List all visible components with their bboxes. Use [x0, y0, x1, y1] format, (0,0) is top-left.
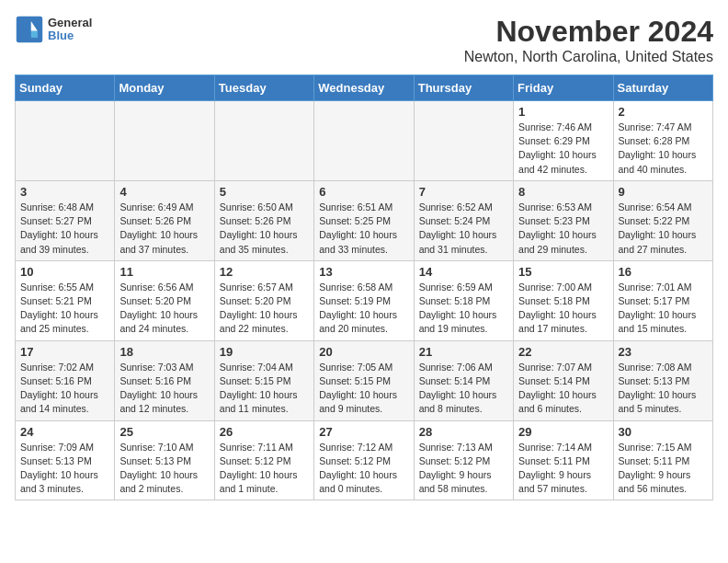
day-info: Sunrise: 7:13 AM Sunset: 5:12 PM Dayligh…: [419, 441, 508, 497]
header-friday: Friday: [514, 75, 613, 101]
day-info: Sunrise: 6:53 AM Sunset: 5:23 PM Dayligh…: [518, 201, 608, 257]
day-cell: 8Sunrise: 6:53 AM Sunset: 5:23 PM Daylig…: [514, 180, 613, 260]
day-number: 8: [518, 185, 608, 199]
day-number: 6: [319, 185, 408, 199]
day-cell: 10Sunrise: 6:55 AM Sunset: 5:21 PM Dayli…: [16, 260, 115, 340]
day-cell: 1Sunrise: 7:46 AM Sunset: 6:29 PM Daylig…: [514, 101, 613, 181]
calendar-table: SundayMondayTuesdayWednesdayThursdayFrid…: [15, 75, 713, 500]
day-cell: 6Sunrise: 6:51 AM Sunset: 5:25 PM Daylig…: [314, 180, 414, 260]
header-wednesday: Wednesday: [314, 75, 414, 101]
day-info: Sunrise: 6:54 AM Sunset: 5:22 PM Dayligh…: [619, 201, 708, 257]
day-cell: 26Sunrise: 7:11 AM Sunset: 5:12 PM Dayli…: [214, 420, 313, 500]
day-info: Sunrise: 6:56 AM Sunset: 5:20 PM Dayligh…: [119, 281, 209, 337]
svg-rect-0: [17, 17, 42, 42]
day-cell: 15Sunrise: 7:00 AM Sunset: 5:18 PM Dayli…: [514, 260, 613, 340]
day-info: Sunrise: 7:46 AM Sunset: 6:29 PM Dayligh…: [518, 121, 608, 177]
day-cell: 4Sunrise: 6:49 AM Sunset: 5:26 PM Daylig…: [115, 180, 214, 260]
day-cell: 5Sunrise: 6:50 AM Sunset: 5:26 PM Daylig…: [214, 180, 313, 260]
day-cell: 16Sunrise: 7:01 AM Sunset: 5:17 PM Dayli…: [613, 260, 712, 340]
day-info: Sunrise: 7:14 AM Sunset: 5:11 PM Dayligh…: [518, 441, 608, 497]
logo-line1: General: [48, 17, 92, 29]
day-info: Sunrise: 6:48 AM Sunset: 5:27 PM Dayligh…: [20, 201, 109, 257]
day-number: 4: [119, 185, 209, 199]
day-cell: 23Sunrise: 7:08 AM Sunset: 5:13 PM Dayli…: [613, 340, 712, 420]
day-number: 29: [518, 425, 608, 439]
day-cell: 30Sunrise: 7:15 AM Sunset: 5:11 PM Dayli…: [613, 420, 712, 500]
day-info: Sunrise: 7:00 AM Sunset: 5:18 PM Dayligh…: [518, 281, 608, 337]
svg-marker-2: [31, 31, 38, 38]
title-block: November 2024 Newton, North Carolina, Un…: [464, 15, 713, 65]
day-info: Sunrise: 7:03 AM Sunset: 5:16 PM Dayligh…: [119, 361, 209, 417]
day-cell: 9Sunrise: 6:54 AM Sunset: 5:22 PM Daylig…: [613, 180, 712, 260]
day-number: 27: [319, 425, 408, 439]
day-number: 30: [619, 425, 708, 439]
day-info: Sunrise: 6:50 AM Sunset: 5:26 PM Dayligh…: [220, 201, 309, 257]
header-saturday: Saturday: [613, 75, 712, 101]
day-info: Sunrise: 6:49 AM Sunset: 5:26 PM Dayligh…: [119, 201, 209, 257]
day-number: 2: [619, 105, 708, 119]
day-info: Sunrise: 6:59 AM Sunset: 5:18 PM Dayligh…: [419, 281, 508, 337]
day-number: 21: [419, 345, 508, 359]
day-cell: 20Sunrise: 7:05 AM Sunset: 5:15 PM Dayli…: [314, 340, 414, 420]
day-info: Sunrise: 6:57 AM Sunset: 5:20 PM Dayligh…: [220, 281, 309, 337]
day-number: 15: [518, 265, 608, 279]
day-cell: [414, 101, 513, 181]
week-row-2: 3Sunrise: 6:48 AM Sunset: 5:27 PM Daylig…: [16, 180, 713, 260]
day-cell: 2Sunrise: 7:47 AM Sunset: 6:28 PM Daylig…: [613, 101, 712, 181]
day-number: 5: [220, 185, 309, 199]
week-row-4: 17Sunrise: 7:02 AM Sunset: 5:16 PM Dayli…: [16, 340, 713, 420]
day-info: Sunrise: 7:12 AM Sunset: 5:12 PM Dayligh…: [319, 441, 408, 497]
day-cell: 19Sunrise: 7:04 AM Sunset: 5:15 PM Dayli…: [214, 340, 313, 420]
day-info: Sunrise: 7:01 AM Sunset: 5:17 PM Dayligh…: [619, 281, 708, 337]
calendar-subtitle: Newton, North Carolina, United States: [464, 49, 713, 65]
day-cell: [214, 101, 313, 181]
day-number: 11: [119, 265, 209, 279]
day-cell: 17Sunrise: 7:02 AM Sunset: 5:16 PM Dayli…: [16, 340, 115, 420]
day-info: Sunrise: 6:52 AM Sunset: 5:24 PM Dayligh…: [419, 201, 508, 257]
day-cell: 14Sunrise: 6:59 AM Sunset: 5:18 PM Dayli…: [414, 260, 513, 340]
day-number: 13: [319, 265, 408, 279]
day-number: 18: [119, 345, 209, 359]
day-cell: [115, 101, 214, 181]
day-number: 16: [619, 265, 708, 279]
day-cell: 12Sunrise: 6:57 AM Sunset: 5:20 PM Dayli…: [214, 260, 313, 340]
day-cell: 29Sunrise: 7:14 AM Sunset: 5:11 PM Dayli…: [514, 420, 613, 500]
day-cell: 24Sunrise: 7:09 AM Sunset: 5:13 PM Dayli…: [16, 420, 115, 500]
day-number: 1: [518, 105, 608, 119]
day-number: 25: [119, 425, 209, 439]
week-row-1: 1Sunrise: 7:46 AM Sunset: 6:29 PM Daylig…: [16, 101, 713, 181]
day-info: Sunrise: 6:55 AM Sunset: 5:21 PM Dayligh…: [20, 281, 109, 337]
calendar-header-row: SundayMondayTuesdayWednesdayThursdayFrid…: [16, 75, 713, 101]
day-info: Sunrise: 7:02 AM Sunset: 5:16 PM Dayligh…: [20, 361, 109, 417]
day-number: 26: [220, 425, 309, 439]
day-number: 12: [220, 265, 309, 279]
calendar-title: November 2024: [464, 15, 713, 49]
logo-text: General Blue: [48, 17, 92, 43]
header-tuesday: Tuesday: [214, 75, 313, 101]
logo: General Blue: [15, 15, 92, 44]
day-number: 7: [419, 185, 508, 199]
day-number: 17: [20, 345, 109, 359]
day-info: Sunrise: 7:47 AM Sunset: 6:28 PM Dayligh…: [619, 121, 708, 177]
day-number: 23: [619, 345, 708, 359]
day-number: 19: [220, 345, 309, 359]
day-info: Sunrise: 7:06 AM Sunset: 5:14 PM Dayligh…: [419, 361, 508, 417]
day-cell: 21Sunrise: 7:06 AM Sunset: 5:14 PM Dayli…: [414, 340, 513, 420]
day-info: Sunrise: 7:07 AM Sunset: 5:14 PM Dayligh…: [518, 361, 608, 417]
day-cell: [16, 101, 115, 181]
day-info: Sunrise: 7:04 AM Sunset: 5:15 PM Dayligh…: [220, 361, 309, 417]
day-info: Sunrise: 6:58 AM Sunset: 5:19 PM Dayligh…: [319, 281, 408, 337]
day-number: 22: [518, 345, 608, 359]
header-thursday: Thursday: [414, 75, 513, 101]
day-number: 14: [419, 265, 508, 279]
day-cell: 25Sunrise: 7:10 AM Sunset: 5:13 PM Dayli…: [115, 420, 214, 500]
day-cell: 11Sunrise: 6:56 AM Sunset: 5:20 PM Dayli…: [115, 260, 214, 340]
day-info: Sunrise: 7:15 AM Sunset: 5:11 PM Dayligh…: [619, 441, 708, 497]
day-info: Sunrise: 7:10 AM Sunset: 5:13 PM Dayligh…: [119, 441, 209, 497]
day-number: 28: [419, 425, 508, 439]
day-number: 20: [319, 345, 408, 359]
day-number: 9: [619, 185, 708, 199]
logo-line2: Blue: [48, 29, 92, 42]
day-info: Sunrise: 6:51 AM Sunset: 5:25 PM Dayligh…: [319, 201, 408, 257]
header-monday: Monday: [115, 75, 214, 101]
